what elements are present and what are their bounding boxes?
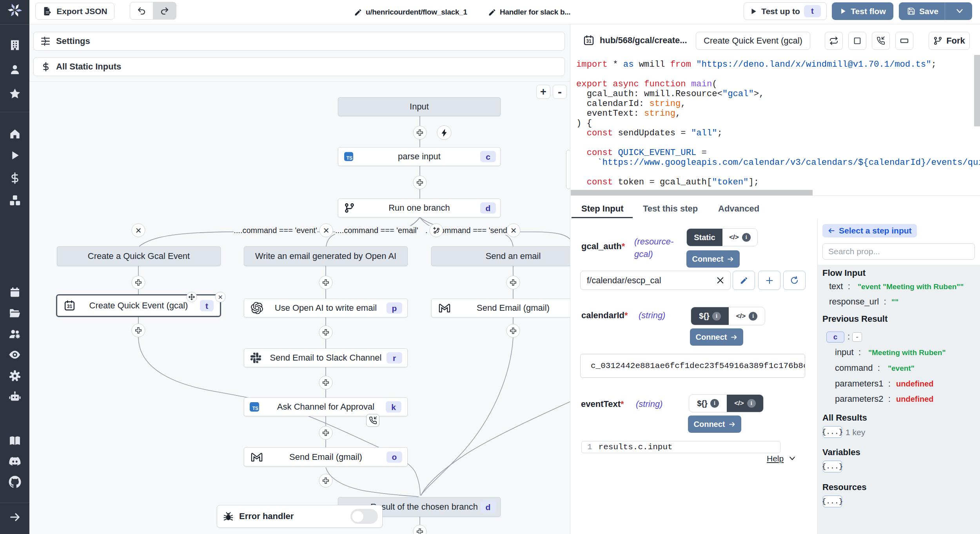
svg-text:31: 31 — [586, 38, 592, 44]
